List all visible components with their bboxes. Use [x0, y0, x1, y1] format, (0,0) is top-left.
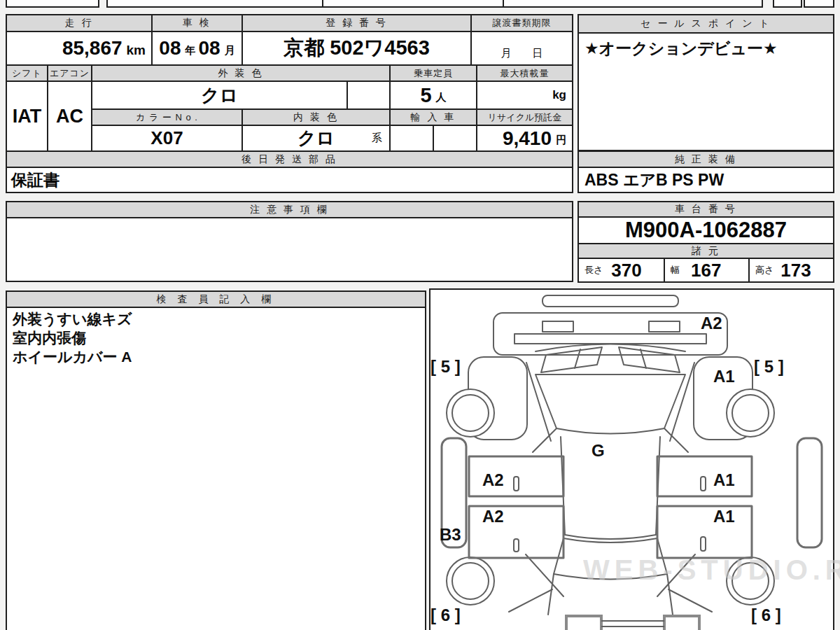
damage-mark: A1 — [713, 472, 735, 489]
aircon-header: エアコン — [47, 64, 92, 82]
import-car-value — [389, 125, 477, 152]
aircon-value: AC — [47, 80, 92, 152]
inspector-note: ホイールカバー A — [13, 348, 419, 367]
damage-mark: [ 6 ] — [751, 607, 781, 624]
capacity-number: 5 — [420, 84, 431, 107]
capacity-header: 乗車定員 — [389, 64, 477, 82]
inspector-note: 室内内張傷 — [13, 329, 419, 348]
max-load-unit: kg — [552, 88, 566, 102]
later-parts-header: 後 日 発 送 部 品 — [6, 150, 573, 168]
transfer-deadline-header: 譲渡書類期限 — [470, 14, 573, 32]
recycle-fee-header: リサイクル預託金 — [476, 108, 573, 126]
shift-header: シフト — [6, 64, 48, 82]
cutoff-cell — [322, 0, 504, 8]
capacity-value: 5 人 — [389, 80, 477, 110]
shift-text: IAT — [13, 106, 42, 127]
damage-mark: [ 6 ] — [430, 607, 461, 624]
damage-mark: [ 5 ] — [754, 358, 784, 375]
sales-point-box: セ ー ル ス ポ イ ン ト ★オークションデビュー★ — [578, 14, 834, 151]
cutoff-cell — [6, 0, 99, 8]
damage-mark: A1 — [713, 508, 735, 525]
chassis-header: 車 台 番 号 — [578, 201, 834, 218]
inspector-note: 外装うすい線キズ — [13, 310, 419, 329]
import-car-header: 輸 入 車 — [389, 108, 477, 126]
color-no-value: X07 — [91, 125, 243, 152]
mileage-header: 走 行 — [6, 14, 153, 32]
inspection-header: 車 検 — [151, 14, 243, 32]
specs-header: 諸 元 — [578, 243, 834, 259]
genuine-equipment-text: ABS エアB PS PW — [584, 169, 724, 191]
aircon-text: AC — [56, 106, 83, 127]
chassis-value: M900A-1062887 — [578, 216, 834, 244]
inspection-year-unit: 年 — [186, 44, 196, 57]
spec-width-value: 167 — [691, 260, 721, 281]
shift-value: IAT — [6, 80, 48, 152]
exterior-color-header: 外 装 色 — [91, 64, 391, 82]
max-load-value: kg — [476, 80, 573, 110]
spec-length-label: 長さ — [584, 264, 603, 276]
damage-mark: A2 — [701, 315, 722, 332]
registration-header: 登 録 番 号 — [241, 14, 472, 32]
spec-length-cell: 長さ 370 — [578, 258, 665, 283]
cutoff-cell — [773, 0, 802, 8]
registration-number: 京都 502ワ4563 — [284, 34, 430, 62]
genuine-equipment-header: 純 正 装 備 — [578, 150, 834, 168]
exterior-color-value: クロ — [91, 80, 348, 110]
cutoff-cell — [503, 0, 763, 8]
inspection-value: 08 年 08 月 — [151, 31, 243, 66]
inspector-notes-box: 外装うすい線キズ 室内内張傷 ホイールカバー A — [6, 307, 426, 630]
damage-mark: A2 — [482, 508, 504, 525]
mileage-unit: km — [127, 43, 146, 58]
interior-color-suffix: 系 — [372, 132, 382, 145]
capacity-unit: 人 — [436, 91, 447, 104]
transfer-deadline-text: 月 日 — [501, 47, 543, 60]
spec-height-cell: 高さ 173 — [748, 258, 834, 283]
interior-color-header: 内 装 色 — [241, 108, 391, 126]
spec-width-label: 幅 — [671, 264, 680, 276]
damage-mark: G — [592, 442, 605, 459]
inspection-month-unit: 月 — [225, 44, 235, 57]
mileage-number: 85,867 — [62, 37, 122, 59]
mileage-value: 85,867 km — [6, 31, 153, 66]
sales-point-value: ★オークションデビュー★ — [579, 34, 833, 64]
car-diagram-box: WEB-STUDIO.RU A2[ 5 ][ 5 ]A1GA2A2A1A1B3[… — [429, 288, 834, 630]
spec-height-value: 173 — [780, 260, 811, 281]
max-load-header: 最大積載量 — [476, 64, 573, 82]
auction-sheet: 走 行 車 検 登 録 番 号 譲渡書類期限 85,867 km 08 年 08… — [0, 0, 840, 630]
inspector-header: 検 査 員 記 入 欄 — [6, 290, 426, 308]
transfer-deadline-value: 月 日 — [470, 31, 573, 66]
color-no-header: カ ラ ー N o . — [91, 108, 243, 126]
exterior-color-extra-cell — [346, 80, 391, 110]
inspection-month: 08 — [199, 37, 220, 59]
genuine-equipment-value: ABS エアB PS PW — [578, 167, 834, 193]
inspection-year: 08 — [159, 37, 181, 59]
interior-color-value: クロ 系 — [241, 125, 391, 152]
damage-mark: B3 — [440, 526, 461, 543]
spec-height-label: 高さ — [755, 264, 774, 276]
import-car-divider — [433, 126, 434, 150]
damage-mark: A2 — [482, 472, 504, 489]
diagram-marks: A2[ 5 ][ 5 ]A1GA2A2A1A1B3[ 6 ][ 6 ] — [430, 290, 833, 630]
cautions-value — [6, 217, 573, 282]
spec-length-value: 370 — [611, 260, 641, 281]
chassis-number: M900A-1062887 — [625, 218, 787, 243]
recycle-fee-number: 9,410 — [503, 127, 552, 150]
sales-point-header: セ ー ル ス ポ イ ン ト — [579, 15, 833, 34]
color-no-text: X07 — [150, 127, 183, 149]
damage-mark: [ 5 ] — [430, 358, 461, 375]
later-parts-value: 保証書 — [6, 167, 573, 193]
recycle-fee-value: 9,410 円 — [476, 125, 573, 152]
interior-color-text: クロ — [298, 126, 335, 150]
exterior-color-text: クロ — [201, 83, 238, 108]
cautions-header: 注 意 事 項 欄 — [6, 201, 573, 218]
cutoff-cell — [804, 0, 834, 8]
damage-mark: A1 — [713, 368, 735, 385]
registration-value: 京都 502ワ4563 — [241, 31, 472, 66]
cutoff-cell — [106, 0, 323, 8]
recycle-fee-unit: 円 — [556, 134, 566, 147]
spec-width-cell: 幅 167 — [664, 258, 750, 283]
later-parts-text: 保証書 — [11, 169, 59, 191]
